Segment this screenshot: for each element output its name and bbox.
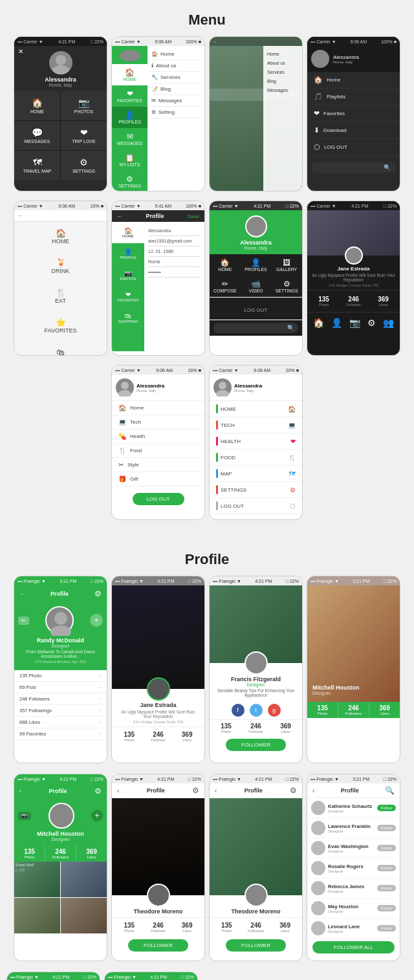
settings-icon[interactable]: ⚙ (367, 318, 376, 328)
search-icon[interactable]: 🔍 (384, 164, 391, 171)
menu-item-food[interactable]: 🍴Food (112, 444, 204, 458)
sidebar-item-mylists[interactable]: 📋MY LISTS (112, 149, 147, 171)
icon-cell-gallery[interactable]: 🖼GALLERY (271, 254, 302, 276)
menu-item-eat[interactable]: 🍴EAT (14, 281, 107, 311)
google-icon[interactable]: g (268, 704, 281, 717)
back-arrow[interactable]: ← (18, 213, 23, 219)
back-arrow[interactable]: ‹ (312, 787, 314, 794)
logout-button[interactable]: LOG OUT (244, 307, 267, 313)
follow-button[interactable]: Follow (377, 845, 396, 851)
menu-item-home[interactable]: 🏠 Home (307, 72, 400, 89)
menu-item-gift[interactable]: 🎁Gift (112, 472, 204, 486)
sidebar-item-settings[interactable]: ⚙SETTINGS (112, 171, 147, 191)
follow-button[interactable]: Follow (377, 825, 396, 831)
menu-item-home[interactable]: 🏠HOME (14, 91, 60, 120)
twitter-icon[interactable]: t (250, 704, 263, 717)
menu-item-tech[interactable]: TECH 💻 (210, 417, 302, 433)
stat-photo[interactable]: 135 Photo› (14, 670, 107, 682)
menu-item-favorites[interactable]: ⭐FAVORITES (14, 311, 107, 341)
menu-item-settings[interactable]: ⚙SETTINGS (61, 151, 107, 180)
menu-item-blog[interactable]: 📝 Blog (150, 83, 202, 95)
city-field[interactable]: Rome (148, 257, 201, 267)
follow-button[interactable]: Follow (377, 865, 396, 871)
menu-item-trip-love[interactable]: ❤TRIP LOVE (61, 121, 107, 150)
home-icon[interactable]: 🏠 (313, 318, 324, 328)
menu-item-about[interactable]: ℹ About us (150, 60, 202, 72)
settings-icon[interactable]: ⚙ (192, 786, 199, 795)
side-menu-item[interactable]: About us (267, 59, 298, 68)
menu-item-playlists[interactable]: 🎵 Playlists (307, 89, 400, 105)
side-menu-item[interactable]: Services (267, 68, 298, 77)
sidebar-photos[interactable]: 📷PHOTOS (112, 265, 144, 286)
follower-all-button[interactable]: FOLLOWER ALL (312, 941, 395, 953)
sidebar-item-profiles[interactable]: 👤PROFILES (112, 107, 147, 128)
icon-cell-profiles[interactable]: 👤PROFILES (241, 254, 272, 276)
email-field[interactable]: alex1991@gmail.com (148, 236, 201, 246)
icon-cell-compose[interactable]: ✏COMPOSE (210, 276, 241, 297)
save-button[interactable]: Save (188, 213, 199, 219)
add-button[interactable]: + (90, 614, 103, 627)
camera-button[interactable]: 📷 (18, 812, 31, 820)
menu-item-favorites[interactable]: ❤ Favorites (307, 105, 400, 122)
icon-cell-home[interactable]: 🏠HOME (210, 254, 241, 276)
back-arrow[interactable]: ‹ (19, 788, 21, 794)
back-arrow[interactable]: ← (19, 591, 25, 597)
menu-item-shopping[interactable]: 🛍SHOPPING (14, 341, 107, 356)
menu-item-food[interactable]: FOOD 🍴 (210, 450, 302, 466)
back-arrow[interactable]: ← (117, 213, 122, 219)
back-arrow[interactable]: ‹ (215, 787, 217, 794)
follow-button[interactable]: Follow (377, 925, 396, 931)
dob-field[interactable]: 12. 01. 1988 (148, 246, 201, 257)
menu-item-logout[interactable]: LOG OUT ⬡ (210, 498, 302, 514)
name-field[interactable]: Alessandra (148, 226, 201, 236)
logout-button[interactable]: LOG OUT (133, 493, 184, 505)
close-icon[interactable]: ✕ (18, 48, 23, 55)
settings-icon[interactable]: ⚙ (94, 787, 102, 796)
menu-item-photos[interactable]: 📷PHOTOS (61, 91, 107, 120)
camera-icon[interactable]: 📷 (349, 318, 360, 328)
side-menu-item[interactable]: Blog (267, 77, 298, 86)
menu-item-messages[interactable]: ✉ Messages (150, 95, 202, 107)
sidebar-profile[interactable]: 👤PROFILE (112, 243, 144, 265)
facebook-icon[interactable]: f (232, 704, 245, 717)
search-icon[interactable]: 🔍 (385, 786, 395, 795)
photo-4[interactable] (61, 898, 107, 933)
add-button[interactable]: + (91, 810, 103, 822)
menu-item-services[interactable]: 🔧 Services (150, 72, 202, 83)
friends-icon[interactable]: 👥 (383, 318, 394, 328)
menu-item-messages[interactable]: 💬MESSAGES (14, 121, 60, 150)
sidebar-shopping[interactable]: 🛍SHOPPING (112, 307, 144, 329)
menu-item-home[interactable]: HOME 🏠 (210, 401, 302, 417)
menu-item-health[interactable]: HEALTH ❤ (210, 433, 302, 450)
sidebar-item-messages[interactable]: ✉MESSAGES (112, 128, 147, 149)
stat-favorites[interactable]: 99 Favorites› (14, 728, 107, 740)
menu-item-tech[interactable]: 💻Tech (112, 415, 204, 430)
menu-item-logout[interactable]: ⬡ LOG OUT (307, 139, 400, 156)
photo-1[interactable]: Great Wall ▷ 135 (14, 862, 60, 897)
edit-button[interactable]: ✏ (18, 616, 29, 625)
user-icon[interactable]: 👤 (331, 318, 342, 328)
follower-button[interactable]: FOLLOWER (128, 939, 188, 952)
follow-button[interactable]: Follow (377, 905, 396, 911)
menu-item-health[interactable]: 💊Health (112, 430, 204, 444)
menu-item-download[interactable]: ⬇ Download (307, 122, 400, 139)
stat-likes[interactable]: 888 Likes› (14, 717, 107, 728)
side-menu-item[interactable]: Messages (267, 86, 298, 94)
menu-item-settings[interactable]: SETTINGS ⚙ (210, 482, 302, 498)
menu-item-setting[interactable]: ⚙ Setting (150, 107, 202, 118)
icon-cell-settings[interactable]: ⚙SETTINGS (271, 276, 302, 297)
settings-icon[interactable]: ⚙ (94, 589, 102, 598)
follower-button[interactable]: FOLLOWER (226, 939, 286, 952)
follow-button[interactable]: Follow (377, 805, 396, 811)
photo-2[interactable] (61, 862, 107, 897)
icon-cell-video[interactable]: 📹VIDEO (241, 276, 272, 297)
menu-item-drink[interactable]: 🍹DRINK (14, 252, 107, 281)
menu-item-home[interactable]: 🏠HOME (14, 222, 107, 252)
side-menu-item[interactable]: Home (267, 50, 298, 59)
sidebar-item-home[interactable]: 🏠HOME (112, 64, 147, 85)
photo-3[interactable] (14, 898, 60, 933)
stat-followings[interactable]: 357 Followings› (14, 705, 107, 717)
menu-item-home[interactable]: 🏠Home (112, 401, 204, 415)
stat-post[interactable]: 69 Post› (14, 682, 107, 693)
stat-followers[interactable]: 246 Followers› (14, 693, 107, 705)
